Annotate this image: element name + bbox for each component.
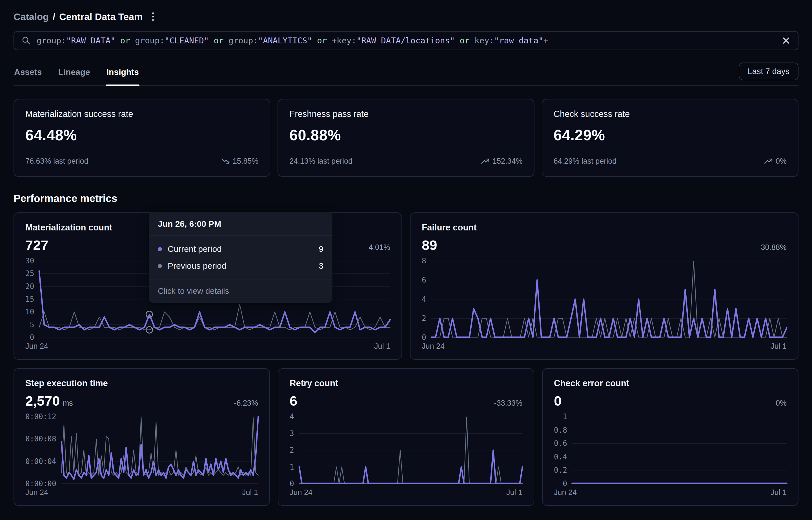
breadcrumb: Catalog / Central Data Team: [14, 11, 142, 22]
insights-page: Catalog / Central Data Team group:"RAW_D…: [0, 0, 812, 520]
last-period-label: 76.63% last period: [25, 157, 88, 166]
x-axis-labels: Jun 24Jul 1: [25, 488, 258, 497]
chart-card-materialization-count[interactable]: Materialization count 727 4.01% 30252015…: [14, 212, 402, 360]
card-value: 64.48%: [25, 127, 258, 144]
breadcrumb-catalog-link[interactable]: Catalog: [14, 11, 49, 22]
charts-row-2: Step execution time 2,570ms -6.23% 0:00:…: [14, 368, 798, 506]
y-axis-labels: 302520151050: [25, 261, 39, 337]
summary-card-freshness-pass-rate[interactable]: Freshness pass rate 60.88% 24.13% last p…: [278, 99, 534, 177]
y-axis-labels: 43210: [290, 417, 299, 484]
chart-value: 0: [554, 393, 561, 409]
previous-period-dot-icon: [158, 264, 162, 268]
chart-value: 727: [25, 237, 49, 253]
chart-card-step-execution-time[interactable]: Step execution time 2,570ms -6.23% 0:00:…: [14, 368, 270, 506]
tab-bar: Assets Lineage Insights Last 7 days: [14, 62, 798, 86]
trending-down-icon: [221, 157, 230, 166]
trending-up-icon: [764, 157, 773, 166]
search-input[interactable]: group:"RAW_DATA" or group:"CLEANED" or g…: [36, 36, 776, 45]
search-bar[interactable]: group:"RAW_DATA" or group:"CLEANED" or g…: [14, 31, 798, 50]
change-percent: 152.34%: [493, 157, 523, 166]
card-value: 60.88%: [289, 127, 522, 144]
breadcrumb-separator: /: [53, 11, 55, 22]
search-icon: [21, 36, 31, 45]
chart-value: 2,570ms: [25, 393, 73, 409]
chart-tooltip[interactable]: Jun 26, 6:00 PM Current period 9 Previou…: [149, 212, 333, 303]
x-axis-labels: Jun 24Jul 1: [290, 488, 522, 497]
chart-value: 89: [422, 237, 437, 253]
tooltip-row-previous-period: Previous period 3: [149, 257, 333, 275]
summary-cards: Materialization success rate 64.48% 76.6…: [14, 99, 798, 177]
y-axis-labels: 86420: [422, 261, 431, 337]
change-percent: 15.85%: [233, 157, 259, 166]
card-value: 64.29%: [554, 127, 787, 144]
section-title-performance-metrics: Performance metrics: [14, 193, 798, 205]
tooltip-timestamp: Jun 26, 6:00 PM: [149, 212, 333, 236]
last-period-label: 64.29% last period: [554, 157, 617, 166]
clear-search-icon[interactable]: [782, 36, 791, 45]
tooltip-label: Previous period: [168, 261, 226, 271]
y-axis-labels: 10.80.60.40.20: [554, 417, 572, 484]
current-period-dot-icon: [158, 247, 162, 251]
tab-lineage[interactable]: Lineage: [57, 66, 90, 85]
card-title: Check success rate: [554, 109, 787, 119]
chart-change-percent: 30.88%: [761, 243, 787, 252]
chart-title: Failure count: [422, 223, 787, 233]
chart-change-percent: 4.01%: [369, 243, 390, 252]
card-title: Freshness pass rate: [289, 109, 522, 119]
last-period-label: 24.13% last period: [289, 157, 352, 166]
trending-up-icon: [481, 157, 490, 166]
x-axis-labels: Jun 24Jul 1: [422, 342, 787, 351]
line-chart[interactable]: [431, 261, 787, 337]
chart-title: Check error count: [554, 378, 787, 388]
page-header: Catalog / Central Data Team: [14, 10, 798, 23]
line-chart[interactable]: [299, 417, 522, 484]
chart-title: Step execution time: [25, 378, 258, 388]
charts-row-1: Materialization count 727 4.01% 30252015…: [14, 212, 798, 360]
chart-change-percent: 0%: [776, 399, 787, 408]
card-title: Materialization success rate: [25, 109, 258, 119]
chart-unit: ms: [63, 399, 73, 407]
x-axis-labels: Jun 24Jul 1: [554, 488, 787, 497]
tooltip-label: Current period: [168, 244, 222, 254]
x-axis-labels: Jun 24Jul 1: [25, 342, 390, 351]
summary-card-materialization-success-rate[interactable]: Materialization success rate 64.48% 76.6…: [14, 99, 270, 177]
chart-change-percent: -6.23%: [234, 399, 258, 408]
tooltip-row-current-period: Current period 9: [149, 240, 333, 257]
chart-card-failure-count[interactable]: Failure count 89 30.88% 86420 Jun 24Jul …: [410, 212, 798, 360]
tab-assets[interactable]: Assets: [14, 66, 42, 85]
y-axis-labels: 0:00:120:00:080:00:040:00:00: [25, 417, 61, 484]
chart-card-retry-count[interactable]: Retry count 6 -33.33% 43210 Jun 24Jul 1: [278, 368, 534, 506]
chart-title: Retry count: [290, 378, 522, 388]
time-range-button[interactable]: Last 7 days: [739, 62, 798, 80]
summary-card-check-success-rate[interactable]: Check success rate 64.29% 64.29% last pe…: [542, 99, 798, 177]
more-options-kebab-icon[interactable]: [150, 10, 156, 23]
chart-card-check-error-count[interactable]: Check error count 0 0% 10.80.60.40.20 Ju…: [542, 368, 798, 506]
tooltip-value: 9: [319, 244, 323, 254]
tooltip-hint: Click to view details: [149, 279, 333, 303]
chart-change-percent: -33.33%: [494, 399, 522, 408]
line-chart[interactable]: [61, 417, 258, 484]
chart-value: 6: [290, 393, 297, 409]
tab-insights[interactable]: Insights: [106, 66, 139, 85]
line-chart[interactable]: [572, 417, 787, 484]
tooltip-value: 3: [319, 261, 323, 271]
breadcrumb-current: Central Data Team: [59, 11, 142, 22]
change-percent: 0%: [776, 157, 787, 166]
